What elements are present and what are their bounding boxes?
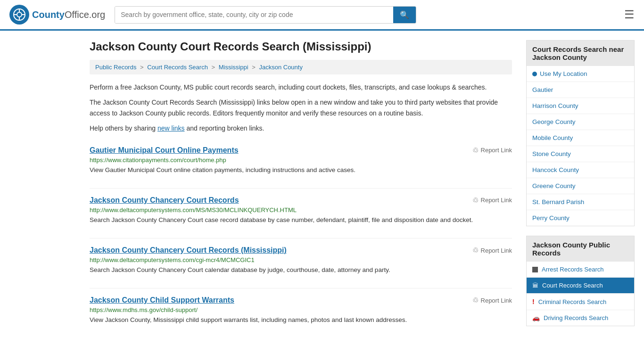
nearby-item-link[interactable]: Perry County xyxy=(532,214,570,222)
report-label: Report Link xyxy=(481,197,512,204)
pr-item-link[interactable]: Criminal Records Search xyxy=(538,298,607,305)
report-label: Report Link xyxy=(481,147,512,154)
pr-item-link[interactable]: Driving Records Search xyxy=(544,314,608,321)
result-title[interactable]: Jackson County Chancery Court Records (M… xyxy=(90,246,287,255)
result-url: https://www.mdhs.ms.gov/child-support/ xyxy=(90,306,512,313)
public-records-title: Jackson County Public Records xyxy=(527,236,634,262)
site-header: CountyOffice.org 🔍 ☰ xyxy=(0,0,644,31)
description-2: The Jackson County Court Records Search … xyxy=(90,97,512,118)
search-button[interactable]: 🔍 xyxy=(393,7,416,23)
nearby-title: Court Records Search near Jackson County xyxy=(527,41,634,66)
nearby-item[interactable]: Harrison County xyxy=(527,98,634,114)
main-container: Jackson County Court Records Search (Mis… xyxy=(0,31,644,348)
nearby-item-link[interactable]: Hancock County xyxy=(532,166,579,173)
pr-item-link[interactable]: Court Records Search xyxy=(542,282,603,289)
result-item: Jackson County Chancery Court Records ♲ … xyxy=(90,188,512,225)
nearby-item[interactable]: George County xyxy=(527,114,634,130)
description-1: Perform a free Jackson County, MS public… xyxy=(90,82,512,92)
use-location-item[interactable]: Use My Location xyxy=(527,66,634,82)
menu-icon[interactable]: ☰ xyxy=(624,8,635,21)
use-location-link[interactable]: Use My Location xyxy=(540,70,587,77)
nearby-item[interactable]: Gautier xyxy=(527,82,634,98)
logo-text: CountyOffice.org xyxy=(32,9,105,20)
nearby-item-link[interactable]: Harrison County xyxy=(532,102,578,109)
breadcrumb-mississippi[interactable]: Mississippi xyxy=(219,64,248,71)
result-title[interactable]: Gautier Municipal Court Online Payments xyxy=(90,146,239,155)
result-header: Jackson County Chancery Court Records (M… xyxy=(90,246,512,255)
new-links-link[interactable]: new links xyxy=(157,124,185,132)
nearby-item-link[interactable]: St. Bernard Parish xyxy=(532,198,584,206)
result-header: Jackson County Child Support Warrants ♲ … xyxy=(90,296,512,304)
report-label: Report Link xyxy=(481,247,512,254)
sidebar: Court Records Search near Jackson County… xyxy=(526,40,635,338)
nearby-section: Court Records Search near Jackson County… xyxy=(526,40,635,226)
nearby-item[interactable]: Perry County xyxy=(527,210,634,226)
result-desc: View Jackson County, Mississippi child s… xyxy=(90,315,512,325)
result-item: Jackson County Child Support Warrants ♲ … xyxy=(90,288,512,325)
pr-square-icon xyxy=(532,267,538,272)
content-area: Jackson County Court Records Search (Mis… xyxy=(90,40,512,338)
nearby-item-link[interactable]: Stone County xyxy=(532,150,571,157)
result-item: Gautier Municipal Court Online Payments … xyxy=(90,139,512,175)
nearby-item[interactable]: St. Bernard Parish xyxy=(527,194,634,210)
public-records-item[interactable]: ! Criminal Records Search xyxy=(527,294,634,310)
search-input[interactable] xyxy=(115,7,393,23)
public-records-item[interactable]: 🚗 Driving Records Search xyxy=(527,310,634,326)
nearby-item[interactable]: Hancock County xyxy=(527,162,634,178)
report-link[interactable]: ♲ Report Link xyxy=(472,246,512,255)
breadcrumb-jackson-county[interactable]: Jackson County xyxy=(259,64,303,71)
public-records-list: Arrest Records Search 🏛 Court Records Se… xyxy=(527,262,634,326)
location-dot-icon xyxy=(532,72,537,76)
result-url: https://www.citationpayments.com/court/h… xyxy=(90,156,512,164)
result-header: Gautier Municipal Court Online Payments … xyxy=(90,146,512,155)
result-item: Jackson County Chancery Court Records (M… xyxy=(90,238,512,275)
public-records-item[interactable]: Arrest Records Search xyxy=(527,262,634,278)
result-url: http://www.deltacomputersystems.com/cgi-… xyxy=(90,256,512,263)
breadcrumb-public-records[interactable]: Public Records xyxy=(95,64,136,71)
report-icon: ♲ xyxy=(472,146,479,155)
description-3: Help others by sharing new links and rep… xyxy=(90,123,512,133)
pr-exclaim-icon: ! xyxy=(532,298,535,305)
nearby-item[interactable]: Stone County xyxy=(527,146,634,162)
report-link[interactable]: ♲ Report Link xyxy=(472,196,512,205)
breadcrumb-court-records[interactable]: Court Records Search xyxy=(147,64,208,71)
results-list: Gautier Municipal Court Online Payments … xyxy=(90,139,512,325)
pr-item-link[interactable]: Arrest Records Search xyxy=(542,266,604,273)
site-logo[interactable]: CountyOffice.org xyxy=(9,5,105,25)
result-title[interactable]: Jackson County Child Support Warrants xyxy=(90,296,234,304)
pr-building-icon: 🏛 xyxy=(532,282,538,289)
nearby-item-link[interactable]: Greene County xyxy=(532,182,576,189)
report-icon: ♲ xyxy=(472,196,479,205)
report-label: Report Link xyxy=(481,297,512,304)
nearby-item-link[interactable]: Mobile County xyxy=(532,134,573,141)
breadcrumb: Public Records > Court Records Search > … xyxy=(90,60,512,74)
report-icon: ♲ xyxy=(472,296,479,304)
result-desc: Search Jackson County Chancery Court cas… xyxy=(90,215,512,225)
report-icon: ♲ xyxy=(472,246,479,255)
result-url: http://www.deltacomputersystems.com/MS/M… xyxy=(90,206,512,214)
page-title: Jackson County Court Records Search (Mis… xyxy=(90,40,512,53)
result-desc: Search Jackson County Chancery Court cal… xyxy=(90,265,512,275)
nearby-item-link[interactable]: George County xyxy=(532,118,576,125)
nearby-item[interactable]: Greene County xyxy=(527,178,634,194)
public-records-section: Jackson County Public Records Arrest Rec… xyxy=(526,236,635,326)
nearby-items-list: GautierHarrison CountyGeorge CountyMobil… xyxy=(527,82,634,226)
pr-car-icon: 🚗 xyxy=(532,314,540,321)
search-bar: 🔍 xyxy=(115,6,416,24)
nearby-item[interactable]: Mobile County xyxy=(527,130,634,146)
result-title[interactable]: Jackson County Chancery Court Records xyxy=(90,196,239,205)
report-link[interactable]: ♲ Report Link xyxy=(472,296,512,304)
report-link[interactable]: ♲ Report Link xyxy=(472,146,512,155)
result-header: Jackson County Chancery Court Records ♲ … xyxy=(90,196,512,205)
result-desc: View Gautier Municipal Court online cita… xyxy=(90,165,512,175)
public-records-item[interactable]: 🏛 Court Records Search xyxy=(527,278,634,294)
nearby-item-link[interactable]: Gautier xyxy=(532,86,553,93)
logo-icon xyxy=(9,5,29,25)
